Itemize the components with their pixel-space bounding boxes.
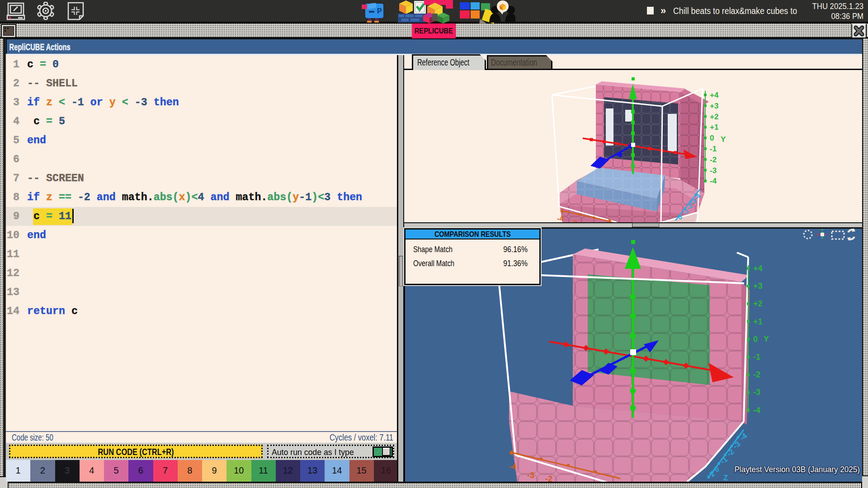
svg-text:-2: -2 [710,155,717,164]
svg-text:-4: -4 [509,462,516,471]
svg-text:-1: -1 [719,455,730,466]
svg-text:-3: -3 [753,388,760,397]
svg-text:+1: +1 [704,469,717,482]
svg-text:-3: -3 [527,471,534,480]
svg-text:0: 0 [710,134,714,142]
svg-text:+3: +3 [753,282,763,291]
svg-text:+2: +2 [753,299,763,308]
svg-text:+1: +1 [753,317,763,326]
svg-text:-4: -4 [738,432,749,443]
svg-text:-3: -3 [710,166,717,175]
svg-text:0: 0 [753,335,758,344]
svg-text:Y: Y [764,334,769,343]
svg-text:+3: +3 [710,102,718,110]
svg-text:-1: -1 [710,145,717,153]
svg-text:Y: Y [721,135,726,144]
svg-text:0: 0 [712,465,721,474]
svg-text:-1: -1 [753,352,760,361]
svg-text:-4: -4 [557,214,564,222]
svg-text:-2: -2 [725,447,736,458]
svg-text:-4: -4 [710,177,717,185]
svg-text:-3: -3 [731,440,742,450]
svg-text:-2: -2 [753,370,760,379]
svg-text:-4: -4 [753,406,760,415]
svg-text:-3: -3 [571,219,577,222]
svg-text:Z: Z [723,474,728,482]
svg-text:-2: -2 [545,474,552,482]
svg-text:P: P [377,7,382,15]
svg-text:+4: +4 [710,91,719,99]
svg-text:+1: +1 [710,123,718,131]
svg-text:+4: +4 [753,264,763,273]
svg-text:+2: +2 [710,113,718,121]
